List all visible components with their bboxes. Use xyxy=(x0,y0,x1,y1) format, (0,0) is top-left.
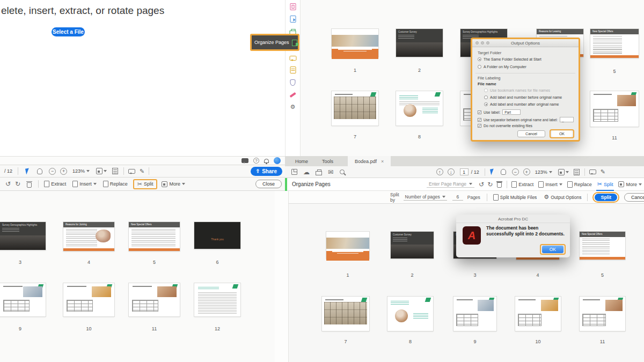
page-thumbnail[interactable] xyxy=(326,232,369,258)
organize-pages-icon[interactable] xyxy=(292,39,298,46)
zoom-level-dropdown[interactable]: 123% xyxy=(72,168,85,174)
split-multiple-files-button[interactable]: Split Multiple Files xyxy=(493,194,537,201)
hand-tool-icon[interactable] xyxy=(501,169,506,175)
split-mode-dropdown[interactable]: Number of pages xyxy=(404,194,447,201)
page-thumbnail[interactable]: Survey Demographics Highlights xyxy=(0,222,46,250)
insert-button[interactable]: Insert xyxy=(538,181,562,188)
page-thumbnail[interactable] xyxy=(322,297,369,331)
comments-icon[interactable] xyxy=(241,158,248,163)
separator-input[interactable]: _ xyxy=(560,117,574,122)
tab-document[interactable]: Bodea.pdf × xyxy=(348,156,391,166)
email-icon[interactable]: ✉ xyxy=(328,169,333,175)
radio-label-after[interactable]: Add label and number after original name xyxy=(484,102,559,106)
more-button[interactable]: More xyxy=(618,181,642,187)
undo-icon[interactable]: ↺ xyxy=(479,181,484,188)
export-pdf-icon[interactable] xyxy=(288,14,297,24)
page-thumbnail[interactable] xyxy=(332,29,378,57)
page-thumbnail[interactable] xyxy=(515,297,561,331)
comment-icon[interactable] xyxy=(128,169,135,174)
select-a-file-button[interactable]: Select a File xyxy=(52,27,85,36)
ok-button[interactable]: OK xyxy=(552,131,572,137)
radio-icon[interactable] xyxy=(484,102,488,106)
notifications-bell-icon[interactable] xyxy=(264,159,269,163)
page-thumbnail[interactable] xyxy=(580,297,625,331)
close-icon[interactable]: × xyxy=(381,159,384,164)
redo-icon[interactable]: ↻ xyxy=(15,181,20,187)
print-icon[interactable] xyxy=(316,171,322,175)
page-thumbnail[interactable]: Customer Survey xyxy=(391,232,434,258)
page-thumbnail[interactable] xyxy=(63,283,114,316)
pencil-icon[interactable]: ✎ xyxy=(601,169,605,175)
delete-pages-icon[interactable] xyxy=(27,182,32,188)
page-thumbnail[interactable]: New Special Offers xyxy=(590,29,639,58)
checkbox-icon[interactable]: ✓ xyxy=(478,110,481,114)
page-range-dropdown[interactable]: Enter Page Range xyxy=(427,181,474,188)
page-thumbnail[interactable] xyxy=(194,283,240,316)
checkbox-use-label[interactable]: ✓ Use label: Part xyxy=(478,109,521,115)
split-button[interactable]: Split xyxy=(595,194,617,201)
next-page-icon[interactable]: ↓ xyxy=(448,168,455,175)
output-options-button[interactable]: ⚙ Output Options xyxy=(544,194,581,200)
tab-home[interactable]: Home xyxy=(288,156,315,166)
cancel-button[interactable]: Cancel xyxy=(624,193,644,202)
page-thumbnail[interactable] xyxy=(590,91,639,127)
radio-icon[interactable] xyxy=(484,88,488,92)
page-thumbnail[interactable]: New Special Offers xyxy=(129,222,180,251)
cancel-button[interactable]: Cancel xyxy=(517,130,545,137)
extract-button[interactable]: Extract xyxy=(44,181,66,187)
checkbox-no-overwrite[interactable]: ✓ Do not overwrite existing files xyxy=(478,124,532,128)
radio-label-before[interactable]: Add label and number before original nam… xyxy=(484,95,562,99)
zoom-out-icon[interactable]: − xyxy=(49,168,56,175)
fit-page-icon[interactable] xyxy=(558,169,565,175)
cloud-upload-icon[interactable]: ☁ xyxy=(303,169,310,175)
edit-pdf-icon[interactable] xyxy=(288,2,297,11)
radio-same-folder[interactable]: The Same Folder Selected at Start xyxy=(478,57,541,61)
page-display-icon[interactable] xyxy=(112,168,118,174)
radio-icon[interactable] xyxy=(484,95,488,99)
previous-page-icon[interactable]: ↑ xyxy=(436,168,443,175)
hand-tool-icon[interactable] xyxy=(37,168,42,174)
zoom-in-icon[interactable]: + xyxy=(523,168,530,175)
select-tool-icon[interactable] xyxy=(25,168,30,174)
page-thumbnail[interactable] xyxy=(387,297,433,331)
redo-icon[interactable]: ↻ xyxy=(487,181,493,188)
ok-button[interactable]: OK xyxy=(542,246,564,253)
extract-button[interactable]: Extract xyxy=(511,181,533,188)
share-button[interactable]: ⇧ Share xyxy=(251,167,282,176)
protect-icon[interactable] xyxy=(288,78,297,87)
page-thumbnail[interactable] xyxy=(0,283,46,316)
page-display-icon[interactable] xyxy=(574,169,580,175)
account-avatar[interactable] xyxy=(274,157,281,164)
delete-pages-icon[interactable] xyxy=(497,182,502,188)
tab-tools[interactable]: Tools xyxy=(315,156,340,166)
fit-page-icon[interactable] xyxy=(96,168,103,174)
split-button[interactable]: ✂ Split xyxy=(137,181,153,187)
undo-icon[interactable]: ↺ xyxy=(5,181,11,187)
more-tools-icon[interactable]: ⚙ xyxy=(288,102,297,112)
search-icon[interactable] xyxy=(340,169,345,174)
select-tool-icon[interactable] xyxy=(490,168,495,175)
radio-icon[interactable] xyxy=(478,65,481,69)
zoom-in-icon[interactable]: + xyxy=(60,168,67,175)
prepare-form-icon[interactable] xyxy=(288,65,297,75)
radio-icon[interactable] xyxy=(478,57,481,61)
replace-button[interactable]: Replace xyxy=(103,181,128,187)
page-thumbnail[interactable]: Reasons for Joining xyxy=(63,222,114,251)
page-thumbnail[interactable]: Customer Survey xyxy=(396,29,443,57)
page-thumbnail[interactable] xyxy=(396,91,443,125)
page-thumbnail[interactable]: Thank you xyxy=(194,222,240,249)
page-thumbnail[interactable] xyxy=(129,283,180,316)
radio-my-computer[interactable]: A Folder on My Computer xyxy=(478,65,526,69)
page-thumbnail[interactable] xyxy=(332,91,378,125)
page-number-input[interactable]: 1 xyxy=(460,168,469,175)
page-count-input[interactable]: 6 xyxy=(452,194,463,201)
zoom-out-icon[interactable]: − xyxy=(512,168,519,175)
checkbox-icon[interactable]: ✓ xyxy=(478,124,481,128)
insert-button[interactable]: Insert xyxy=(72,181,97,187)
pencil-icon[interactable]: ✎ xyxy=(140,168,144,174)
close-button[interactable]: Close xyxy=(255,180,282,188)
split-tab-active[interactable]: ✂ Split xyxy=(597,181,613,187)
replace-button[interactable]: Replace xyxy=(567,181,592,188)
radio-bookmark-names[interactable]: Use bookmark names for file names xyxy=(484,88,550,92)
comment-icon[interactable] xyxy=(589,169,596,174)
